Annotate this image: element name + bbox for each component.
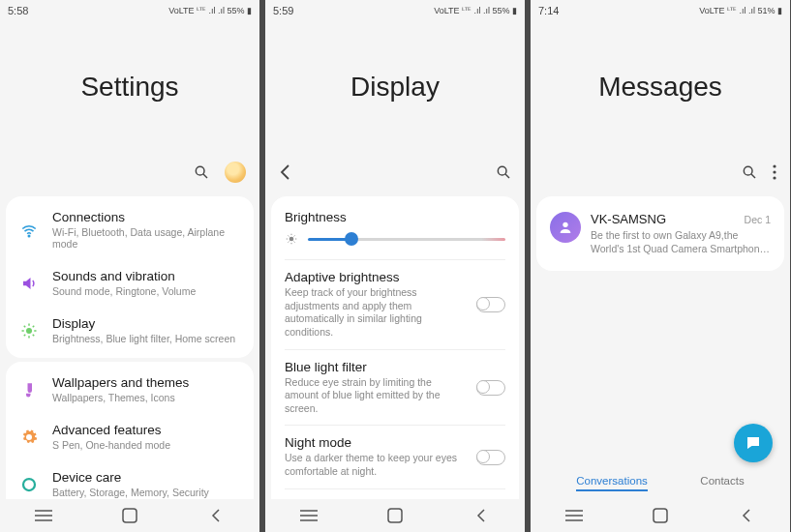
sound-icon xyxy=(19,274,39,293)
settings-item-sub: Brightness, Blue light filter, Home scre… xyxy=(52,333,240,344)
search-icon[interactable] xyxy=(496,164,511,180)
slider-thumb[interactable] xyxy=(345,232,358,246)
night-mode-toggle[interactable] xyxy=(476,450,505,465)
svg-line-11 xyxy=(33,325,35,327)
status-bar: 7:14 VoLTE ᴸᵀᴱ .ıl .ıl 51% ▮ xyxy=(531,0,790,21)
svg-point-12 xyxy=(23,479,35,490)
row-title: Night mode xyxy=(285,435,467,450)
row-sub: Keep track of your brightness adjustment… xyxy=(285,286,467,340)
nav-recents[interactable] xyxy=(550,499,598,532)
blue-light-toggle[interactable] xyxy=(476,380,505,396)
svg-rect-16 xyxy=(123,509,137,522)
circle-icon xyxy=(19,475,39,494)
svg-line-25 xyxy=(294,242,295,243)
nav-back[interactable] xyxy=(192,499,240,532)
settings-item-connections[interactable]: Connections Wi-Fi, Bluetooth, Data usage… xyxy=(6,200,254,259)
row-title: Blue light filter xyxy=(285,360,467,374)
nav-bar xyxy=(0,499,259,532)
thread-preview: Be the first to own Galaxy A9,the World'… xyxy=(591,228,771,255)
settings-item-label: Wallpapers and themes xyxy=(52,375,240,390)
status-indicators: VoLTE ᴸᵀᴱ .ıl .ıl 55% ▮ xyxy=(434,6,517,15)
screen-settings: 5:58 VoLTE ᴸᵀᴱ .ıl .ıl 55% ▮ Settings Co… xyxy=(0,0,259,532)
page-title: Messages xyxy=(531,21,790,152)
screen-display: 5:59 VoLTE ᴸᵀᴱ .ıl .ıl 55% ▮ Display Bri… xyxy=(265,0,525,532)
back-button[interactable] xyxy=(279,163,292,181)
svg-point-36 xyxy=(773,176,776,179)
svg-point-34 xyxy=(773,164,776,167)
search-icon[interactable] xyxy=(742,164,757,180)
settings-item-sub: Wi-Fi, Bluetooth, Data usage, Airplane m… xyxy=(52,226,240,250)
svg-point-0 xyxy=(196,166,204,175)
settings-item-wallpapers[interactable]: Wallpapers and themes Wallpapers, Themes… xyxy=(6,366,254,413)
status-bar: 5:58 VoLTE ᴸᵀᴱ .ıl .ıl 55% ▮ xyxy=(0,0,259,21)
sun-icon xyxy=(19,321,39,340)
svg-point-32 xyxy=(744,166,752,175)
row-sub: Use a darker theme to keep your eyes com… xyxy=(285,452,467,478)
nav-recents[interactable] xyxy=(19,499,68,532)
page-title: Settings xyxy=(0,21,259,152)
svg-line-8 xyxy=(24,325,26,327)
status-bar: 5:59 VoLTE ᴸᵀᴱ .ıl .ıl 55% ▮ xyxy=(265,0,525,21)
svg-point-37 xyxy=(563,222,567,227)
adaptive-brightness-toggle[interactable] xyxy=(476,297,505,312)
svg-line-9 xyxy=(33,334,35,336)
settings-item-sub: Sound mode, Ringtone, Volume xyxy=(52,285,240,297)
nav-home[interactable] xyxy=(371,499,419,532)
nav-back[interactable] xyxy=(722,499,771,532)
settings-item-sub: Wallpapers, Themes, Icons xyxy=(52,392,240,403)
row-title: Adaptive brightness xyxy=(285,270,467,284)
svg-rect-31 xyxy=(388,509,402,522)
svg-line-18 xyxy=(505,174,509,178)
settings-item-display[interactable]: Display Brightness, Blue light filter, H… xyxy=(6,307,254,354)
brightness-low-icon xyxy=(285,232,298,246)
thread-sender: VK-SAMSNG xyxy=(591,212,666,226)
brightness-slider[interactable] xyxy=(308,238,505,241)
status-indicators: VoLTE ᴸᵀᴱ .ıl .ıl 51% ▮ xyxy=(699,6,782,15)
nav-bar xyxy=(531,499,790,532)
nav-bar xyxy=(265,499,525,532)
settings-group-1: Connections Wi-Fi, Bluetooth, Data usage… xyxy=(6,196,254,358)
settings-item-advanced[interactable]: Advanced features S Pen, One-handed mode xyxy=(6,413,254,460)
svg-line-10 xyxy=(24,334,26,336)
svg-point-17 xyxy=(498,166,506,175)
night-mode-row[interactable]: Night mode Use a darker theme to keep yo… xyxy=(271,426,519,488)
svg-point-3 xyxy=(26,328,32,334)
svg-line-33 xyxy=(751,174,755,178)
svg-line-27 xyxy=(294,236,295,237)
settings-group-2: Wallpapers and themes Wallpapers, Themes… xyxy=(6,362,254,512)
status-time: 7:14 xyxy=(538,5,559,16)
search-icon[interactable] xyxy=(194,164,209,180)
row-sub: Reduce eye strain by limiting the amount… xyxy=(285,376,467,416)
nav-recents[interactable] xyxy=(285,499,333,532)
compose-fab[interactable] xyxy=(734,424,773,462)
brightness-label: Brightness xyxy=(285,210,505,224)
thread-avatar xyxy=(550,212,581,243)
status-indicators: VoLTE ᴸᵀᴱ .ıl .ıl 55% ▮ xyxy=(168,6,252,15)
tab-contacts[interactable]: Contacts xyxy=(700,475,744,491)
settings-item-sub: Battery, Storage, Memory, Security xyxy=(52,487,240,498)
tab-conversations[interactable]: Conversations xyxy=(576,475,648,491)
settings-item-label: Display xyxy=(52,316,240,331)
settings-item-label: Sounds and vibration xyxy=(52,269,240,283)
page-title: Display xyxy=(265,21,525,152)
blue-light-row[interactable]: Blue light filter Reduce eye strain by l… xyxy=(271,350,519,426)
svg-point-2 xyxy=(28,235,30,237)
nav-home[interactable] xyxy=(636,499,685,532)
svg-point-35 xyxy=(773,170,776,173)
settings-item-sounds[interactable]: Sounds and vibration Sound mode, Rington… xyxy=(6,259,254,307)
gear-icon xyxy=(19,428,39,447)
settings-item-label: Connections xyxy=(52,210,240,224)
nav-home[interactable] xyxy=(106,499,154,532)
svg-point-19 xyxy=(289,237,294,242)
svg-rect-41 xyxy=(654,509,667,522)
settings-item-label: Device care xyxy=(52,470,240,485)
status-time: 5:58 xyxy=(8,5,28,16)
avatar[interactable] xyxy=(225,162,246,183)
more-icon[interactable] xyxy=(773,164,776,180)
display-card: Brightness Adaptive brightness Keep trac… xyxy=(271,196,519,532)
adaptive-brightness-row[interactable]: Adaptive brightness Keep track of your b… xyxy=(271,260,519,349)
message-thread[interactable]: VK-SAMSNG Dec 1 Be the first to own Gala… xyxy=(536,200,784,267)
brush-icon xyxy=(19,380,39,399)
nav-back[interactable] xyxy=(457,499,505,532)
action-row xyxy=(265,152,525,192)
